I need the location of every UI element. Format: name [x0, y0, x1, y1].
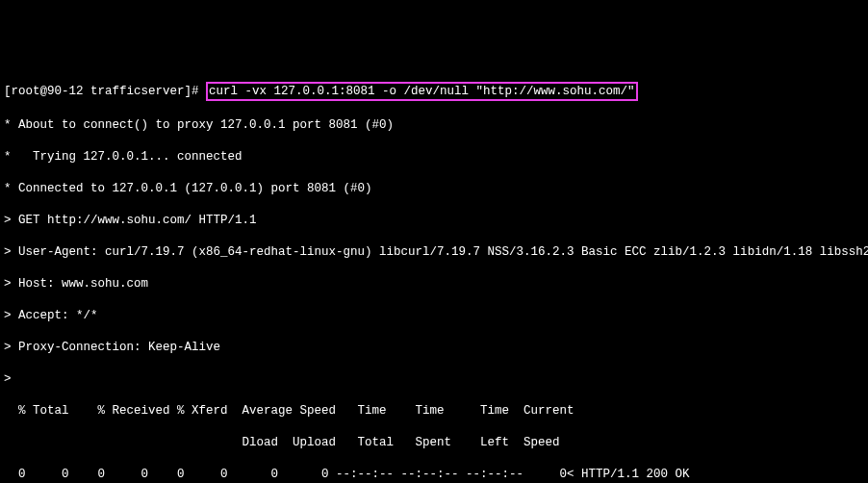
- output-line: > Host: www.sohu.com: [4, 276, 864, 292]
- output-line: > Proxy-Connection: Keep-Alive: [4, 340, 864, 356]
- output-line: * Connected to 127.0.0.1 (127.0.0.1) por…: [4, 181, 864, 197]
- output-line: > User-Agent: curl/7.19.7 (x86_64-redhat…: [4, 244, 864, 261]
- command-highlight: curl -vx 127.0.0.1:8081 -o /dev/null "ht…: [206, 82, 638, 102]
- output-line: * About to connect() to proxy 127.0.0.1 …: [4, 117, 864, 134]
- output-line: 0 0 0 0 0 0 0 0 --:--:-- --:--:-- --:--:…: [4, 467, 864, 483]
- output-line: > GET http://www.sohu.com/ HTTP/1.1: [4, 213, 864, 229]
- output-line: >: [4, 371, 864, 388]
- output-line: * Trying 127.0.0.1... connected: [4, 149, 864, 165]
- output-line: > Accept: */*: [4, 308, 864, 324]
- prompt-line: [root@90-12 trafficserver]# curl -vx 127…: [4, 82, 864, 102]
- output-line: Dload Upload Total Spent Left Speed: [4, 435, 864, 451]
- prompt-prefix: [root@90-12 trafficserver]#: [4, 85, 206, 98]
- terminal-output: [root@90-12 trafficserver]# curl -vx 127…: [4, 65, 864, 483]
- output-line: % Total % Received % Xferd Average Speed…: [4, 403, 864, 419]
